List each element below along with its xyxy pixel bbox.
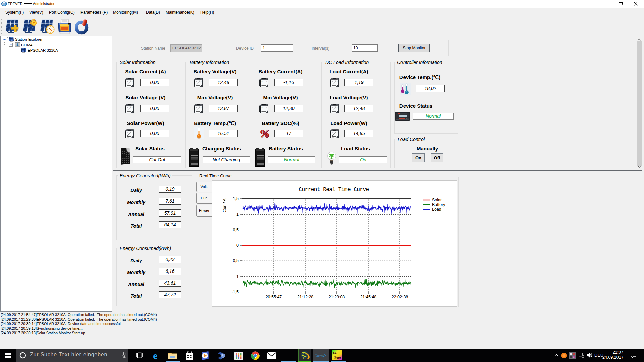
svg-text:-0,5: -0,5 [231,258,239,263]
svg-text:21:12:28: 21:12:28 [297,295,314,299]
svg-text:0,5: 0,5 [233,228,239,232]
svg-text:0: 0 [236,243,239,248]
svg-text:Fix: Fix [333,351,338,355]
svg-text:1,5: 1,5 [233,196,239,201]
svg-text:epever: epever [317,355,323,357]
svg-text:1: 1 [236,212,239,217]
svg-text:Current Real Time Curve: Current Real Time Curve [299,187,369,193]
svg-text:20:55:47: 20:55:47 [266,295,282,299]
svg-text:Battery: Battery [432,202,445,207]
svg-text:21:29:08: 21:29:08 [329,295,345,299]
svg-text:Solar: Solar [432,198,442,202]
svg-text:T: T [573,355,575,358]
svg-text:Load: Load [432,207,441,212]
svg-text:Cur. / A: Cur. / A [222,198,227,213]
svg-text:Foto: Foto [334,356,341,359]
svg-text:BUS: BUS [2,3,6,5]
svg-text:-1: -1 [235,274,239,279]
svg-text:-1,5: -1,5 [231,290,239,294]
svg-text:21:45:48: 21:45:48 [360,295,377,299]
svg-text:22:02:38: 22:02:38 [392,295,408,299]
